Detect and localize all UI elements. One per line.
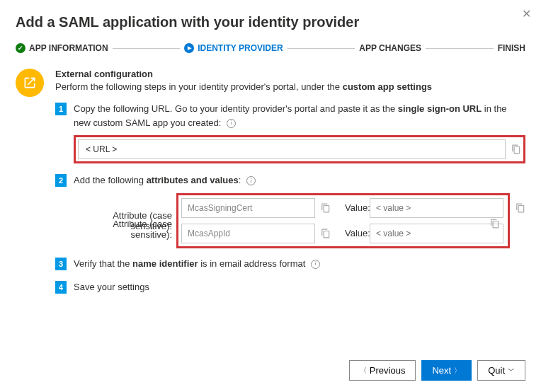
play-icon bbox=[184, 43, 194, 53]
step-app-changes: APP CHANGES bbox=[359, 43, 421, 53]
info-icon[interactable] bbox=[246, 176, 256, 185]
page-title: Add a SAML application with your identit… bbox=[16, 14, 525, 30]
step-app-information: APP INFORMATION bbox=[16, 43, 108, 53]
sso-url-input[interactable] bbox=[78, 139, 506, 159]
copy-icon[interactable] bbox=[490, 220, 500, 231]
step-2-text: Add the following attributes and values: bbox=[74, 173, 525, 188]
attribute-1-input[interactable] bbox=[181, 198, 315, 218]
step-4-text: Save your settings bbox=[74, 280, 525, 294]
url-highlight bbox=[74, 135, 525, 163]
copy-icon[interactable] bbox=[516, 203, 525, 213]
attribute-2-input[interactable] bbox=[181, 224, 315, 243]
external-link-icon bbox=[16, 69, 44, 97]
footer-buttons: 〈 Previous Next 〉 Quit ﹀ bbox=[349, 360, 525, 381]
copy-icon[interactable] bbox=[511, 144, 521, 154]
previous-button[interactable]: 〈 Previous bbox=[349, 360, 416, 381]
chevron-down-icon: ﹀ bbox=[508, 366, 515, 376]
step-finish: FINISH bbox=[498, 43, 525, 53]
value-1-input[interactable] bbox=[370, 198, 503, 218]
step-3-text: Verify that the name identifier is in em… bbox=[74, 257, 525, 271]
step-line bbox=[113, 48, 181, 49]
info-icon[interactable] bbox=[311, 260, 320, 269]
section-title: External configuration bbox=[55, 69, 525, 79]
step-label: APP CHANGES bbox=[359, 43, 421, 53]
chevron-right-icon: 〉 bbox=[454, 366, 461, 376]
step-number-4: 4 bbox=[55, 281, 67, 294]
copy-icon[interactable] bbox=[321, 203, 331, 213]
step-label: IDENTITY PROVIDER bbox=[198, 43, 283, 53]
step-label: APP INFORMATION bbox=[29, 43, 108, 53]
close-icon[interactable]: ✕ bbox=[522, 7, 531, 21]
next-button[interactable]: Next 〉 bbox=[421, 360, 472, 381]
value-label: Value: bbox=[331, 228, 370, 238]
quit-button[interactable]: Quit ﹀ bbox=[477, 360, 525, 381]
step-line bbox=[426, 48, 494, 49]
step-line bbox=[287, 48, 355, 49]
step-1-text: Copy the following URL. Go to your ident… bbox=[74, 102, 525, 129]
copy-icon[interactable] bbox=[321, 229, 331, 238]
value-2-input[interactable] bbox=[370, 224, 503, 243]
info-icon[interactable] bbox=[227, 119, 236, 128]
step-number-2: 2 bbox=[55, 174, 67, 187]
chevron-left-icon: 〈 bbox=[360, 366, 367, 376]
step-number-3: 3 bbox=[55, 258, 67, 270]
value-label: Value: bbox=[331, 202, 370, 213]
section-description: Perform the following steps in your iden… bbox=[55, 81, 525, 92]
check-icon bbox=[16, 43, 25, 53]
wizard-stepper: APP INFORMATION IDENTITY PROVIDER APP CH… bbox=[16, 43, 525, 53]
step-number-1: 1 bbox=[55, 103, 67, 115]
attributes-highlight: Value: Value: bbox=[176, 193, 510, 248]
step-label: FINISH bbox=[498, 43, 525, 53]
step-identity-provider: IDENTITY PROVIDER bbox=[184, 43, 283, 53]
